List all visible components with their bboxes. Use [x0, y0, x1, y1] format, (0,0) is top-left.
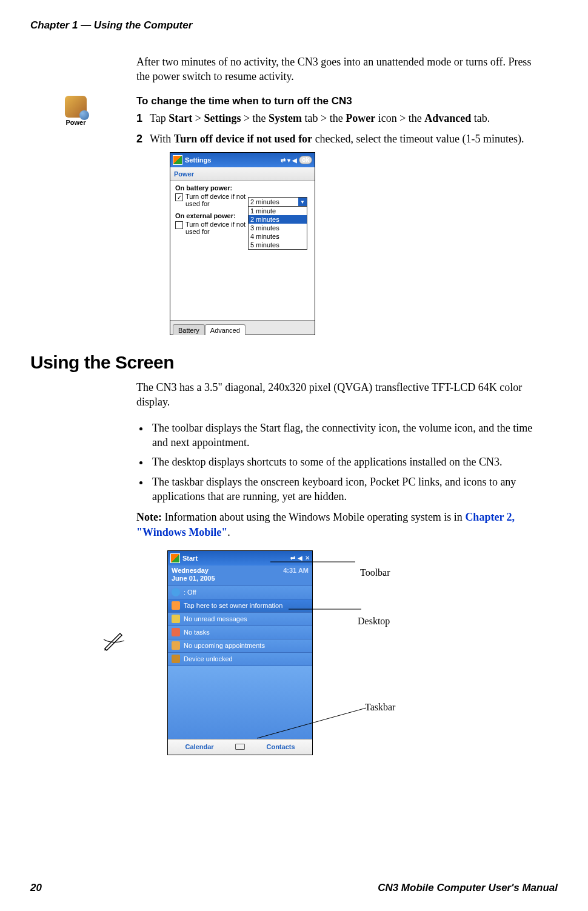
messages-icon — [172, 615, 180, 623]
clock-time: 4:31 AM — [283, 567, 309, 574]
timeout-options-list[interactable]: 1 minute 2 minutes 3 minutes 4 minutes 5… — [248, 207, 307, 250]
owner-icon — [172, 601, 180, 610]
wm-titlebar: Settings ⇄ ▾ ◀ ok — [170, 153, 315, 167]
manual-title: CN3 Mobile Computer User's Manual — [378, 882, 558, 894]
intro-paragraph: After two minutes of no activity, the CN… — [136, 55, 543, 84]
callout-line-taskbar — [257, 705, 366, 741]
tasks-icon — [172, 628, 180, 636]
row-tasks[interactable]: No tasks — [168, 626, 312, 639]
row-device-lock[interactable]: Device unlocked — [168, 653, 312, 666]
timeout-value: 2 minutes — [249, 198, 298, 205]
power-settings-icon: Power — [58, 96, 94, 126]
callout-line-desktop — [289, 605, 361, 613]
start-flag-icon[interactable] — [170, 553, 180, 563]
callout-toolbar: Toolbar — [360, 567, 390, 578]
step-1-number: 1 — [136, 111, 142, 125]
tab-advanced[interactable]: Advanced — [205, 324, 246, 335]
timeout-option[interactable]: 5 minutes — [249, 241, 307, 249]
start-flag-icon[interactable] — [173, 155, 182, 165]
bluetooth-icon — [172, 588, 180, 596]
connectivity-icon[interactable]: ⇄ — [281, 157, 286, 164]
tab-battery[interactable]: Battery — [173, 324, 205, 335]
procedure-heading: To change the time when to turn off the … — [136, 95, 558, 107]
dropdown-arrow-icon[interactable]: ▼ — [298, 198, 307, 206]
callout-taskbar: Taskbar — [365, 702, 395, 713]
bullet-desktop: The desktop displays shortcuts to some o… — [150, 455, 543, 469]
wm-title: Settings — [185, 156, 278, 164]
timeout-option[interactable]: 1 minute — [249, 207, 307, 215]
step-2-number: 2 — [136, 132, 142, 146]
screenshot-power-advanced: Settings ⇄ ▾ ◀ ok Power On battery power… — [170, 152, 315, 335]
lock-icon — [172, 655, 180, 663]
step-1: 1 Tap Start > Settings > the System tab … — [136, 111, 543, 125]
note-paragraph: Note: Information about using the Window… — [136, 510, 543, 539]
ok-button[interactable]: ok — [299, 156, 312, 164]
page-number: 20 — [30, 882, 42, 894]
battery-checkbox-label: Turn off device if not used for — [185, 193, 246, 207]
bullet-taskbar: The taskbar displays the onscreen keyboa… — [150, 475, 543, 504]
step-2: 2 With Turn off device if not used for c… — [136, 132, 543, 146]
wm-subheader: Power — [170, 167, 315, 181]
note-icon — [102, 627, 126, 652]
external-checkbox-label: Turn off device if not used for — [185, 221, 246, 235]
external-turnoff-checkbox[interactable] — [175, 221, 183, 229]
signal-icon[interactable]: ▾ — [287, 157, 290, 164]
bullet-toolbar: The toolbar displays the Start flag, the… — [150, 421, 543, 450]
row-appointments[interactable]: No upcoming appointments — [168, 639, 312, 653]
keyboard-icon[interactable] — [231, 739, 249, 755]
wm-tabbar: Battery Advanced — [170, 320, 315, 335]
svg-line-2 — [257, 708, 366, 738]
battery-turnoff-checkbox[interactable] — [175, 193, 183, 201]
callout-line-toolbar — [270, 558, 355, 566]
timeout-dropdown[interactable]: 2 minutes ▼ 1 minute 2 minutes 3 minutes… — [248, 197, 307, 250]
taskbar-contacts-link[interactable]: Contacts — [249, 739, 312, 755]
chapter-header: Chapter 1 — Using the Computer — [0, 0, 588, 36]
timeout-option[interactable]: 2 minutes — [249, 215, 307, 224]
timeout-option[interactable]: 3 minutes — [249, 224, 307, 232]
section-heading: Using the Screen — [30, 352, 558, 373]
row-bluetooth[interactable]: : Off — [168, 586, 312, 599]
row-messages[interactable]: No unread messages — [168, 613, 312, 626]
today-date-bar[interactable]: WednesdayJune 01, 2005 4:31 AM — [168, 566, 312, 586]
taskbar-calendar-link[interactable]: Calendar — [168, 739, 231, 755]
calendar-icon — [172, 641, 180, 650]
callout-desktop: Desktop — [358, 616, 390, 627]
section-paragraph: The CN3 has a 3.5" diagonal, 240x320 pix… — [136, 380, 543, 410]
battery-section-label: On battery power: — [175, 184, 310, 192]
volume-icon[interactable]: ◀ — [292, 157, 297, 164]
timeout-option[interactable]: 4 minutes — [249, 232, 307, 241]
